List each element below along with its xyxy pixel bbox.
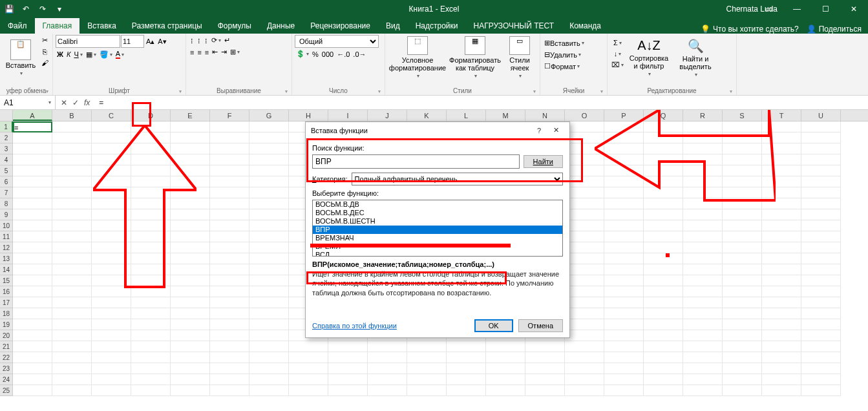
find-select-button[interactable]: 🔍 Найти и выделить▾ [673,35,718,80]
cell[interactable] [131,352,171,363]
cell[interactable] [723,352,762,363]
tab-layout[interactable]: Разметка страницы [124,18,210,34]
cell[interactable] [92,220,131,231]
increase-indent-icon[interactable]: ⇥ [220,47,228,58]
cell[interactable] [210,352,249,363]
row-header[interactable]: 6 [0,176,13,187]
increase-decimal-icon[interactable]: ←.0 [335,48,351,59]
cell[interactable] [604,143,644,154]
cell[interactable] [604,176,644,187]
row-header[interactable]: 16 [0,286,13,297]
cell[interactable] [171,154,210,165]
cell[interactable] [565,176,604,187]
cell[interactable] [249,253,289,264]
cell[interactable] [683,319,723,330]
ribbon-options-icon[interactable]: ▭ [754,0,783,18]
cell[interactable] [13,143,52,154]
cell[interactable] [723,275,762,286]
cell[interactable] [486,352,525,363]
function-item[interactable]: ВОСЬМ.В.ДЕС [313,209,562,217]
cell[interactable] [801,319,841,330]
cell[interactable] [368,363,407,374]
cell[interactable] [328,385,368,396]
cell[interactable] [171,220,210,231]
cell[interactable] [210,374,249,385]
row-header[interactable]: 14 [0,264,13,275]
cell[interactable] [210,308,249,319]
cell[interactable] [683,374,723,385]
cell[interactable] [131,319,171,330]
cell[interactable] [52,264,92,275]
enter-formula-icon[interactable]: ✓ [72,98,79,107]
cell[interactable] [801,330,841,341]
cell[interactable] [131,275,171,286]
cell[interactable] [249,341,289,352]
cell[interactable] [13,374,52,385]
cell[interactable] [52,363,92,374]
cell[interactable] [171,286,210,297]
cell[interactable] [368,352,407,363]
cell[interactable] [131,143,171,154]
cell[interactable] [171,374,210,385]
cell[interactable] [644,286,683,297]
tab-team[interactable]: Команда [562,18,609,34]
cell[interactable] [801,308,841,319]
row-header[interactable]: 15 [0,275,13,286]
function-item[interactable]: ВОСЬМ.В.ДВ [313,200,562,209]
cell[interactable] [210,231,249,242]
cell[interactable] [52,286,92,297]
cell[interactable] [171,297,210,308]
paste-button[interactable]: 📋 Вставить ▾ [3,35,39,80]
tab-view[interactable]: Вид [378,18,408,34]
cell[interactable] [565,143,604,154]
cell[interactable] [328,363,368,374]
cell[interactable] [131,187,171,198]
cell[interactable] [683,286,723,297]
cell[interactable] [683,220,723,231]
cell[interactable] [565,319,604,330]
cell[interactable] [762,253,801,264]
cell[interactable] [683,198,723,209]
cell[interactable] [13,198,52,209]
cell[interactable] [249,132,289,143]
cell[interactable] [565,242,604,253]
cell[interactable] [565,374,604,385]
cell[interactable] [328,341,368,352]
cell[interactable] [249,143,289,154]
cell[interactable] [801,143,841,154]
fill-color-icon[interactable]: 🪣▾ [98,48,114,60]
cell[interactable] [604,385,644,396]
percent-icon[interactable]: % [311,48,320,59]
cell[interactable] [171,341,210,352]
cell[interactable] [762,341,801,352]
row-header[interactable]: 2 [0,132,13,143]
row-header[interactable]: 17 [0,297,13,308]
cell[interactable] [92,286,131,297]
cell[interactable] [407,352,447,363]
cell[interactable] [644,330,683,341]
cell[interactable] [762,308,801,319]
cell[interactable] [171,132,210,143]
cell[interactable] [131,308,171,319]
function-list[interactable]: ВОСЬМ.В.ДВ ВОСЬМ.В.ДЕС ВОСЬМ.В.ШЕСТН ВПР… [312,200,563,257]
cell[interactable] [723,242,762,253]
cell[interactable] [604,374,644,385]
cell[interactable] [644,308,683,319]
cell[interactable] [723,374,762,385]
cell[interactable] [131,286,171,297]
cell[interactable] [762,154,801,165]
redo-icon[interactable]: ↷ [35,2,50,16]
cell[interactable] [723,154,762,165]
cell[interactable] [131,209,171,220]
cell[interactable] [368,385,407,396]
cell[interactable] [801,385,841,396]
cell[interactable] [13,220,52,231]
align-left-icon[interactable]: ≡ [189,47,195,58]
cell[interactable] [52,330,92,341]
cell[interactable] [565,341,604,352]
col-header[interactable]: G [249,110,289,121]
row-header[interactable]: 18 [0,308,13,319]
cell[interactable] [762,297,801,308]
cell[interactable] [13,209,52,220]
underline-icon[interactable]: Ч▾ [72,48,83,60]
